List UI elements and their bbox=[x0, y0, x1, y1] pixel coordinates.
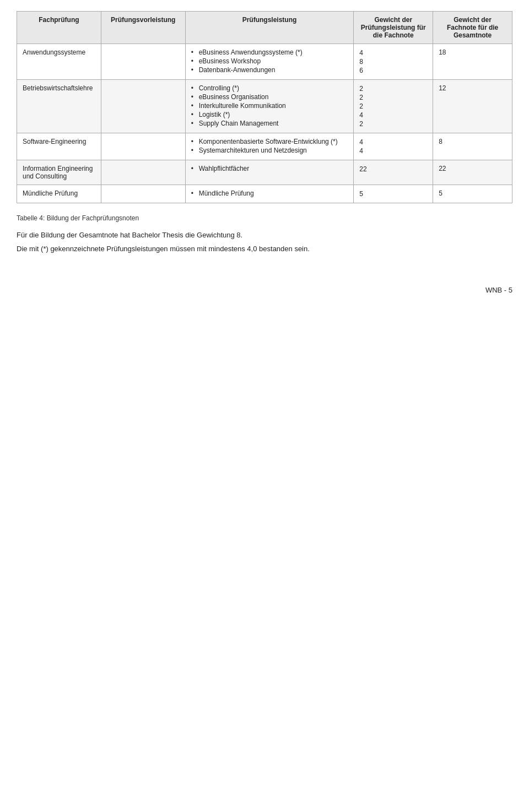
list-item: Controlling (*) bbox=[191, 84, 348, 92]
weight-value: 6 bbox=[359, 66, 427, 75]
weight-value: 5 bbox=[359, 190, 427, 198]
table-row: Information Engineering und ConsultingWa… bbox=[17, 160, 512, 185]
table-row: Mündliche PrüfungMündliche Prüfung55 bbox=[17, 185, 512, 203]
cell-leistung: eBusiness Anwendungssysteme (*)eBusiness… bbox=[185, 44, 354, 80]
cell-leistung: Komponentenbasierte Software-Entwicklung… bbox=[185, 133, 354, 160]
weight-value: 4 bbox=[359, 111, 427, 120]
header-vorleistung: Prüfungsvorleistung bbox=[101, 12, 185, 44]
weight-value: 4 bbox=[359, 138, 427, 147]
table-caption: Tabelle 4: Bildung der Fachprüfungsnoten bbox=[17, 214, 512, 222]
table-row: AnwendungssystemeeBusiness Anwendungssys… bbox=[17, 44, 512, 80]
cell-vorleistung bbox=[101, 133, 185, 160]
cell-vorleistung bbox=[101, 80, 185, 133]
table-row: Software-EngineeringKomponentenbasierte … bbox=[17, 133, 512, 160]
header-fachpruefung: Fachprüfung bbox=[17, 12, 101, 44]
footnote-gesamtnote: Für die Bildung der Gesamtnote hat Bache… bbox=[17, 231, 512, 239]
cell-fach: Software-Engineering bbox=[17, 133, 101, 160]
cell-gewichte: 486 bbox=[354, 44, 433, 80]
list-item: Interkulturelle Kommunikation bbox=[191, 102, 348, 110]
cell-fach: Information Engineering und Consulting bbox=[17, 160, 101, 185]
header-gewicht-gesamt: Gewicht der Fachnote für die Gesamtnote bbox=[433, 12, 512, 44]
weight-value: 2 bbox=[359, 120, 427, 128]
weight-value: 4 bbox=[359, 48, 427, 57]
weight-value: 8 bbox=[359, 57, 427, 66]
footnote-stern: Die mit (*) gekennzeichnete Prüfungsleis… bbox=[17, 245, 512, 253]
list-item: Datenbank-Anwendungen bbox=[191, 66, 348, 74]
cell-vorleistung bbox=[101, 160, 185, 185]
pruefungs-table: Fachprüfung Prüfungsvorleistung Prüfungs… bbox=[17, 11, 512, 203]
cell-vorleistung bbox=[101, 44, 185, 80]
cell-fach: Anwendungssysteme bbox=[17, 44, 101, 80]
weight-value: 22 bbox=[359, 165, 427, 174]
cell-fachnote-gewicht: 22 bbox=[433, 160, 512, 185]
list-item: Mündliche Prüfung bbox=[191, 190, 348, 197]
cell-fach: Betriebswirtschaftslehre bbox=[17, 80, 101, 133]
page-number: WNB - 5 bbox=[17, 286, 512, 294]
list-item: Komponentenbasierte Software-Entwicklung… bbox=[191, 138, 348, 145]
list-item: Supply Chain Management bbox=[191, 120, 348, 127]
weight-value: 2 bbox=[359, 84, 427, 93]
weight-value: 2 bbox=[359, 93, 427, 102]
cell-gewichte: 44 bbox=[354, 133, 433, 160]
cell-fachnote-gewicht: 5 bbox=[433, 185, 512, 203]
cell-fachnote-gewicht: 8 bbox=[433, 133, 512, 160]
cell-vorleistung bbox=[101, 185, 185, 203]
list-item: eBusiness Organisation bbox=[191, 93, 348, 101]
weight-value: 4 bbox=[359, 147, 427, 155]
table-row: BetriebswirtschaftslehreControlling (*)e… bbox=[17, 80, 512, 133]
cell-leistung: Controlling (*)eBusiness OrganisationInt… bbox=[185, 80, 354, 133]
cell-gewichte: 5 bbox=[354, 185, 433, 203]
header-leistung: Prüfungsleistung bbox=[185, 12, 354, 44]
list-item: Wahlpflichtfächer bbox=[191, 165, 348, 172]
list-item: Logistik (*) bbox=[191, 111, 348, 118]
cell-gewichte: 22242 bbox=[354, 80, 433, 133]
cell-leistung: Wahlpflichtfächer bbox=[185, 160, 354, 185]
list-item: Systemarchitekturen und Netzdesign bbox=[191, 147, 348, 154]
list-item: eBusiness Anwendungssysteme (*) bbox=[191, 48, 348, 56]
weight-value: 2 bbox=[359, 102, 427, 111]
cell-fachnote-gewicht: 12 bbox=[433, 80, 512, 133]
cell-fach: Mündliche Prüfung bbox=[17, 185, 101, 203]
header-gewicht-fach: Gewicht der Prüfungsleistung für die Fac… bbox=[354, 12, 433, 44]
list-item: eBusiness Workshop bbox=[191, 57, 348, 65]
cell-fachnote-gewicht: 18 bbox=[433, 44, 512, 80]
cell-leistung: Mündliche Prüfung bbox=[185, 185, 354, 203]
cell-gewichte: 22 bbox=[354, 160, 433, 185]
